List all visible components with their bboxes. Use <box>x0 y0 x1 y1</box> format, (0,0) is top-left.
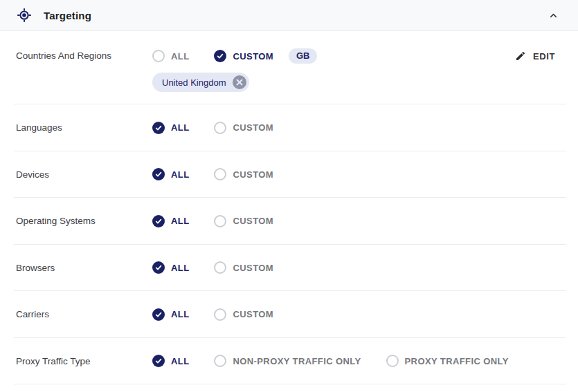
browsers-options: ALL CUSTOM <box>152 261 298 274</box>
country-chip-label: United Kingdom <box>162 77 226 88</box>
radio-label: CUSTOM <box>233 169 273 180</box>
radio-label: CUSTOM <box>233 51 273 62</box>
row-carriers: Carriers ALL CUSTOM <box>0 291 578 338</box>
row-label: Devices <box>16 169 152 180</box>
radio-label: ALL <box>171 169 189 180</box>
edit-button[interactable]: EDIT <box>515 50 555 62</box>
check-icon[interactable] <box>152 308 165 321</box>
radio-label: NON-PROXY TRAFFIC ONLY <box>233 356 361 366</box>
targeting-header: Targeting <box>0 0 578 31</box>
radio-label: ALL <box>171 309 189 319</box>
radio-circle-unchecked[interactable] <box>152 50 165 62</box>
radio-custom[interactable]: CUSTOM <box>214 50 273 62</box>
languages-options: ALL CUSTOM <box>152 122 298 134</box>
country-code-badge: GB <box>289 48 318 64</box>
radio-circle-unchecked[interactable] <box>214 308 226 321</box>
radio-all[interactable]: ALL <box>152 168 189 180</box>
radio-custom[interactable]: CUSTOM <box>214 308 273 321</box>
row-label: Browsers <box>16 263 152 273</box>
radio-custom[interactable]: CUSTOM <box>214 261 273 274</box>
radio-label: CUSTOM <box>233 309 273 319</box>
radio-label: ALL <box>171 356 189 366</box>
radio-circle-unchecked[interactable] <box>386 355 399 367</box>
radio-custom[interactable]: CUSTOM <box>214 168 273 180</box>
radio-proxy-traffic-only[interactable]: PROXY TRAFFIC ONLY <box>386 355 509 367</box>
radio-custom[interactable]: CUSTOM <box>214 215 273 227</box>
carriers-options: ALL CUSTOM <box>152 308 298 321</box>
chevron-up-icon[interactable] <box>547 9 560 22</box>
row-browsers: Browsers ALL CUSTOM <box>0 245 578 292</box>
operating-systems-options: ALL CUSTOM <box>152 215 298 227</box>
radio-label: ALL <box>171 51 189 62</box>
radio-label: ALL <box>171 122 189 133</box>
radio-circle-unchecked[interactable] <box>214 168 226 180</box>
radio-all[interactable]: ALL <box>152 261 189 274</box>
radio-circle-unchecked[interactable] <box>214 355 226 367</box>
row-countries-and-regions: Countries And Regions ALL CUSTOM GB <box>0 31 578 104</box>
check-icon[interactable] <box>152 261 165 274</box>
close-icon[interactable] <box>233 75 246 89</box>
radio-all[interactable]: ALL <box>152 308 189 321</box>
pencil-icon <box>515 50 526 62</box>
radio-all[interactable]: ALL <box>152 50 189 62</box>
radio-label: PROXY TRAFFIC ONLY <box>405 356 509 366</box>
radio-custom[interactable]: CUSTOM <box>214 122 273 134</box>
row-proxy-traffic-type: Proxy Traffic Type ALL NON-PROXY TRAFFIC… <box>0 338 578 385</box>
selected-countries: United Kingdom <box>152 73 317 92</box>
row-devices: Devices ALL CUSTOM <box>0 151 578 198</box>
section-title: Targeting <box>44 10 547 21</box>
radio-all[interactable]: ALL <box>152 355 189 367</box>
check-icon[interactable] <box>152 355 165 367</box>
radio-label: ALL <box>171 263 189 273</box>
radio-label: CUSTOM <box>233 216 273 226</box>
radio-all[interactable]: ALL <box>152 215 189 227</box>
radio-circle-unchecked[interactable] <box>214 122 226 134</box>
proxy-traffic-options: ALL NON-PROXY TRAFFIC ONLY PROXY TRAFFIC… <box>152 355 534 367</box>
radio-circle-unchecked[interactable] <box>214 215 226 227</box>
radio-label: ALL <box>171 216 189 226</box>
radio-label: CUSTOM <box>233 263 273 273</box>
radio-label: CUSTOM <box>233 122 273 133</box>
check-icon[interactable] <box>152 122 165 134</box>
countries-options: ALL CUSTOM GB <box>152 50 317 62</box>
radio-non-proxy-traffic-only[interactable]: NON-PROXY TRAFFIC ONLY <box>214 355 361 367</box>
row-languages: Languages ALL CUSTOM <box>0 104 578 151</box>
check-icon[interactable] <box>152 168 165 180</box>
radio-all[interactable]: ALL <box>152 122 189 134</box>
check-icon[interactable] <box>152 215 165 227</box>
row-operating-systems: Operating Systems ALL CUSTOM <box>0 198 578 245</box>
row-label: Operating Systems <box>16 216 152 226</box>
check-icon[interactable] <box>214 50 226 62</box>
radio-circle-unchecked[interactable] <box>214 261 226 274</box>
row-label: Countries And Regions <box>16 50 152 61</box>
edit-button-label: EDIT <box>533 51 555 62</box>
target-icon <box>17 8 32 23</box>
countries-content: ALL CUSTOM GB United Kingdom <box>152 31 317 92</box>
country-chip: United Kingdom <box>152 73 249 92</box>
devices-options: ALL CUSTOM <box>152 168 298 180</box>
targeting-panel: Targeting Countries And Regions ALL <box>0 0 578 392</box>
row-label: Languages <box>16 122 152 133</box>
row-label: Proxy Traffic Type <box>16 356 152 366</box>
row-label: Carriers <box>16 309 152 319</box>
